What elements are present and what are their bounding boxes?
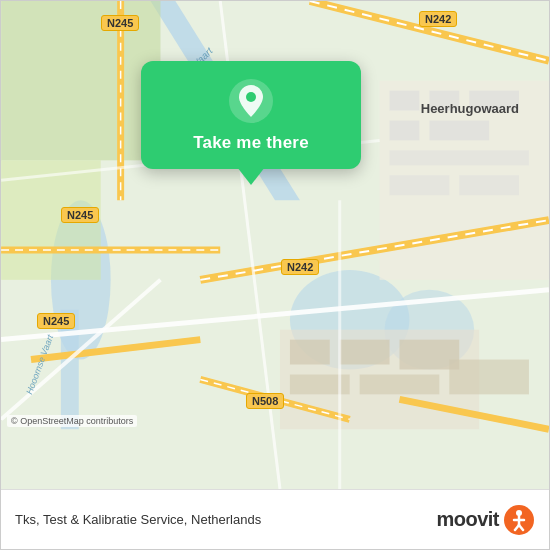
location-text: Tks, Test & Kalibratie Service, Netherla… [15, 512, 261, 527]
road-badge-n242-top: N242 [419, 11, 457, 27]
road-badge-n245-bot: N245 [37, 313, 75, 329]
osm-credit: © OpenStreetMap contributors [7, 415, 137, 427]
pin-icon [229, 79, 273, 123]
svg-rect-13 [429, 121, 489, 141]
svg-rect-14 [390, 150, 529, 165]
svg-rect-19 [340, 340, 390, 365]
city-label: Heerhugowaard [421, 101, 519, 116]
info-bar: Tks, Test & Kalibratie Service, Netherla… [1, 489, 549, 549]
svg-rect-22 [360, 374, 440, 394]
moovit-brand-icon [503, 504, 535, 536]
road-badge-n245-top: N245 [101, 15, 139, 31]
moovit-logo: moovit [436, 504, 535, 536]
svg-rect-18 [290, 340, 330, 365]
app-container: N245 N245 N245 N242 N242 N508 Heerhugowa… [0, 0, 550, 550]
svg-point-42 [246, 92, 256, 102]
moovit-text: moovit [436, 508, 499, 531]
svg-rect-23 [449, 360, 529, 395]
road-badge-n245-mid: N245 [61, 207, 99, 223]
take-me-there-button[interactable]: Take me there [141, 61, 361, 169]
svg-rect-15 [390, 175, 450, 195]
popup-label: Take me there [193, 133, 309, 153]
road-badge-n242-mid: N242 [281, 259, 319, 275]
svg-rect-9 [390, 91, 420, 111]
road-badge-n508: N508 [246, 393, 284, 409]
map-area: N245 N245 N245 N242 N242 N508 Heerhugowa… [1, 1, 549, 489]
svg-rect-16 [459, 175, 519, 195]
svg-rect-12 [390, 121, 420, 141]
